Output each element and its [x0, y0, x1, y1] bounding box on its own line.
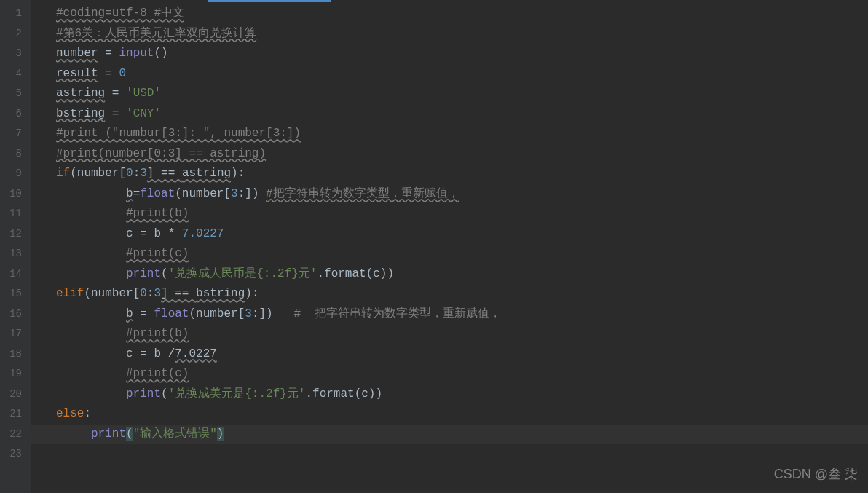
line-number: 5: [0, 84, 31, 104]
code-line[interactable]: bstring = 'CNY': [52, 104, 868, 125]
line-number: 4: [0, 64, 31, 84]
line-number: 8: [0, 144, 31, 165]
watermark-label: CSDN @叁 柒: [774, 465, 858, 485]
code-line[interactable]: if(number[0:3] == astring):: [52, 164, 868, 184]
code-line[interactable]: #print(b): [52, 204, 868, 224]
code-line[interactable]: astring = 'USD': [52, 84, 868, 104]
code-line[interactable]: #print(number[0:3] == astring): [52, 144, 868, 165]
code-line[interactable]: else:: [52, 404, 868, 425]
code-line[interactable]: print('兑换成人民币是{:.2f}元'.format(c)): [52, 264, 868, 285]
line-number: 12: [0, 224, 31, 245]
line-number: 15: [0, 284, 31, 304]
line-number: 11: [0, 204, 31, 224]
line-number: 22: [0, 425, 31, 445]
line-number: 3: [0, 44, 31, 64]
line-number: 16: [0, 304, 31, 325]
code-editor[interactable]: 1 2 3 4 5 6 7 8 9 10 11 12 13 14 15 16 1…: [0, 0, 868, 493]
line-number: 17: [0, 324, 31, 344]
code-line[interactable]: #print(c): [52, 364, 868, 384]
code-line[interactable]: result = 0: [52, 64, 868, 84]
line-number: 20: [0, 384, 31, 405]
line-number: 9: [0, 164, 31, 184]
code-line[interactable]: #print ("numbur[3:]: ", number[3:]): [52, 124, 868, 144]
line-number: 7: [0, 124, 31, 144]
line-number-gutter: 1 2 3 4 5 6 7 8 9 10 11 12 13 14 15 16 1…: [0, 0, 31, 493]
code-line[interactable]: #coding=utf-8 #中文: [52, 4, 868, 24]
line-number: 19: [0, 364, 31, 384]
line-number: 14: [0, 264, 31, 285]
code-line[interactable]: elif(number[0:3] == bstring):: [52, 284, 868, 304]
code-line[interactable]: c = b /7.0227: [52, 344, 868, 365]
line-number: 2: [0, 24, 31, 44]
line-number: 21: [0, 404, 31, 425]
code-line[interactable]: number = input(): [52, 44, 868, 64]
fold-gutter[interactable]: [31, 0, 52, 493]
code-line[interactable]: #print(b): [52, 324, 868, 344]
line-number: 6: [0, 104, 31, 125]
code-line[interactable]: b = float(number[3:]) # 把字符串转为数字类型，重新赋值，: [52, 304, 868, 325]
code-line[interactable]: print('兑换成美元是{:.2f}元'.format(c)): [52, 384, 868, 405]
line-number: 13: [0, 244, 31, 264]
code-line[interactable]: #第6关：人民币美元汇率双向兑换计算: [52, 24, 868, 44]
code-line[interactable]: #print(c): [52, 244, 868, 264]
line-number: 1: [0, 4, 31, 24]
line-number: 10: [0, 184, 31, 205]
code-line[interactable]: c = b * 7.0227: [52, 224, 868, 245]
line-number: 18: [0, 344, 31, 365]
code-content[interactable]: #coding=utf-8 #中文 #第6关：人民币美元汇率双向兑换计算 num…: [52, 0, 868, 493]
code-line-current[interactable]: print("输入格式错误"): [52, 425, 868, 445]
line-number: 23: [0, 444, 31, 465]
code-line[interactable]: [52, 444, 868, 465]
text-cursor: [224, 426, 224, 441]
code-line[interactable]: b=float(number[3:]) #把字符串转为数字类型，重新赋值，: [52, 184, 868, 205]
